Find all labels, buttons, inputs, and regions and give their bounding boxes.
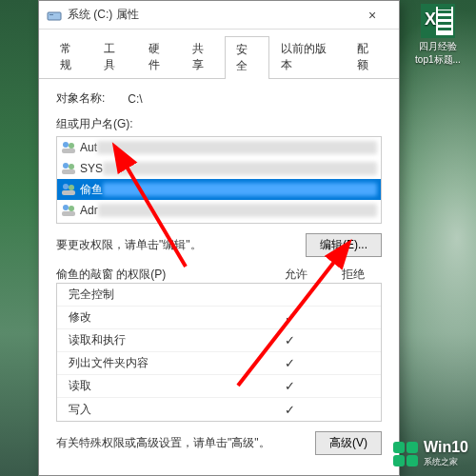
user-group-icon	[61, 140, 76, 155]
permission-name: 完全控制	[63, 287, 261, 303]
permission-row: 读取和执行✓	[57, 329, 381, 352]
svg-point-9	[69, 185, 74, 190]
tab-5[interactable]: 以前的版本	[269, 35, 346, 78]
user-row[interactable]: Adr	[57, 200, 381, 221]
permission-row: 读取✓	[57, 375, 381, 398]
user-prefix: 偷鱼	[80, 182, 103, 198]
edit-button[interactable]: 编辑(E)...	[306, 233, 382, 257]
user-group-icon	[61, 161, 76, 176]
user-prefix: Adr	[80, 204, 98, 217]
permissions-list: 完全控制修改✓读取和执行✓列出文件夹内容✓读取✓写入✓	[56, 283, 382, 422]
permission-allow: ✓	[261, 403, 318, 417]
svg-point-2	[63, 142, 69, 148]
user-name-blurred	[103, 183, 377, 196]
desktop-file-excel[interactable]: 四月经验 top1标题...	[409, 4, 466, 67]
groups-label: 组或用户名(G):	[56, 116, 382, 132]
user-prefix: SYS	[80, 162, 103, 175]
permission-name: 读取和执行	[63, 332, 261, 348]
tab-4[interactable]: 安全	[225, 36, 268, 79]
col-deny: 拒绝	[325, 267, 382, 283]
svg-rect-0	[48, 12, 61, 20]
svg-point-8	[63, 184, 69, 189]
svg-rect-4	[62, 149, 75, 153]
user-name-blurred	[97, 141, 377, 154]
svg-rect-10	[62, 190, 75, 195]
edit-hint: 要更改权限，请单击"编辑"。	[56, 237, 202, 253]
advanced-hint: 有关特殊权限或高级设置，请单击"高级"。	[56, 435, 270, 451]
user-row[interactable]: SYS	[57, 158, 381, 179]
svg-rect-13	[62, 211, 75, 216]
user-group-icon	[61, 182, 76, 197]
user-list[interactable]: AutSYS偷鱼Adr	[56, 136, 382, 224]
permission-row: 修改✓	[57, 307, 381, 329]
desktop-file-label-1: 四月经验	[409, 40, 466, 53]
svg-rect-7	[62, 169, 75, 174]
permission-name: 列出文件夹内容	[63, 355, 261, 371]
permission-row: 完全控制	[57, 284, 381, 307]
tab-6[interactable]: 配额	[346, 35, 389, 78]
user-row[interactable]: Aut	[57, 137, 381, 158]
excel-icon	[421, 4, 455, 38]
svg-point-11	[63, 205, 69, 210]
permission-allow: ✓	[261, 379, 318, 393]
permission-row: 列出文件夹内容✓	[57, 352, 381, 375]
user-row[interactable]: 偷鱼	[57, 179, 381, 200]
properties-dialog: 系统 (C:) 属性 × 常规工具硬件共享安全以前的版本配额 对象名称: C:\…	[38, 0, 400, 476]
tab-0[interactable]: 常规	[49, 35, 92, 78]
svg-rect-1	[50, 14, 53, 15]
tab-1[interactable]: 工具	[92, 35, 136, 78]
svg-point-5	[63, 163, 69, 169]
security-panel: 对象名称: C:\ 组或用户名(G): AutSYS偷鱼Adr 要更改权限，请单…	[39, 79, 399, 466]
desktop-file-label-2: top1标题...	[409, 53, 466, 67]
permission-name: 读取	[63, 378, 261, 394]
object-name-label: 对象名称:	[56, 90, 105, 107]
window-title: 系统 (C:) 属性	[68, 7, 353, 23]
object-name-value: C:\	[109, 92, 382, 106]
tab-3[interactable]: 共享	[181, 35, 225, 78]
permission-allow: ✓	[261, 333, 318, 347]
tab-strip: 常规工具硬件共享安全以前的版本配额	[39, 30, 399, 79]
permission-name: 写入	[63, 402, 261, 418]
titlebar: 系统 (C:) 属性 ×	[39, 1, 399, 30]
svg-point-3	[69, 143, 74, 149]
advanced-button[interactable]: 高级(V)	[315, 431, 382, 455]
drive-icon	[47, 8, 62, 23]
tab-2[interactable]: 硬件	[137, 35, 181, 78]
permission-allow: ✓	[261, 310, 318, 325]
col-allow: 允许	[268, 267, 325, 283]
permission-row: 写入✓	[57, 398, 381, 421]
close-icon: ×	[368, 8, 376, 23]
permissions-title: 偷鱼的敲窗 的权限(P)	[56, 267, 268, 283]
watermark: Win10 系统之家	[393, 439, 468, 468]
svg-point-12	[69, 206, 74, 211]
user-name-blurred	[103, 162, 377, 175]
watermark-site: 系统之家	[424, 456, 468, 468]
watermark-brand: Win10	[424, 439, 468, 456]
close-button[interactable]: ×	[353, 3, 391, 28]
user-prefix: Aut	[80, 141, 97, 154]
user-group-icon	[61, 203, 76, 218]
watermark-logo-icon	[393, 442, 418, 466]
svg-point-6	[69, 164, 74, 169]
permission-name: 修改	[63, 309, 261, 326]
user-name-blurred	[98, 204, 377, 217]
permission-allow: ✓	[261, 356, 318, 370]
